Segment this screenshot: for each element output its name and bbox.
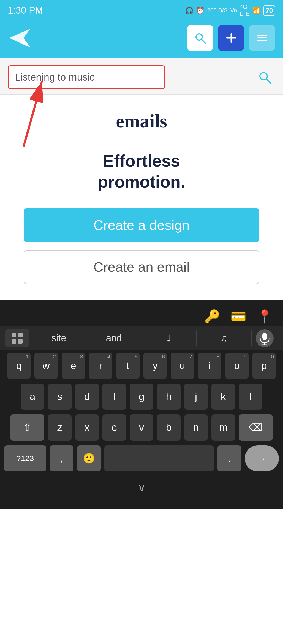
key-e[interactable]: e3 — [62, 353, 85, 379]
emails-heading: emails — [116, 110, 167, 132]
create-design-button[interactable]: Create a design — [24, 208, 259, 242]
add-button[interactable] — [218, 25, 244, 51]
suggestion-and[interactable]: and — [86, 330, 142, 346]
search-magnifier-icon — [257, 69, 273, 85]
svg-point-2 — [196, 34, 202, 40]
microphone-icon[interactable] — [255, 329, 274, 347]
create-email-button[interactable]: Create an email — [24, 250, 259, 284]
key-i[interactable]: i8 — [198, 353, 221, 379]
suggestions-row: site and ♩ ♫ — [0, 326, 283, 350]
key-t[interactable]: t5 — [116, 353, 140, 379]
key-s[interactable]: s — [48, 384, 72, 410]
key-w[interactable]: w2 — [34, 353, 58, 379]
search-input[interactable] — [8, 65, 165, 89]
svg-line-3 — [202, 40, 205, 43]
battery-indicator: 70 — [263, 5, 275, 16]
key-u[interactable]: u7 — [171, 353, 194, 379]
lte-indicator: 4GLTE — [240, 4, 250, 17]
status-bar: 1:30 PM 🎧 ⏰ 265 B/S Vo 4GLTE 📶 70 — [0, 0, 283, 21]
key-m[interactable]: m — [211, 414, 235, 441]
search-icon — [194, 32, 206, 44]
location-icon[interactable]: 📍 — [257, 309, 273, 324]
header-buttons — [187, 25, 275, 51]
search-icon-right[interactable] — [254, 67, 275, 88]
search-section — [0, 58, 283, 95]
key-p[interactable]: p0 — [252, 353, 276, 379]
svg-rect-18 — [262, 333, 267, 340]
grid-button[interactable] — [5, 329, 29, 347]
key-z[interactable]: z — [48, 414, 72, 441]
key-h[interactable]: h — [157, 384, 181, 410]
app-logo — [8, 26, 31, 50]
key-row-1: q1 w2 e3 r4 t5 y6 u7 i8 o9 p0 — [4, 353, 279, 379]
chevron-down-icon[interactable]: ∨ — [138, 481, 145, 493]
keyboard: 🔑 💳 📍 site and ♩ ♫ — [0, 300, 283, 509]
key-icon[interactable]: 🔑 — [204, 309, 220, 324]
key-g[interactable]: g — [130, 384, 153, 410]
keyboard-bottom-bar: ∨ — [0, 476, 283, 499]
key-y[interactable]: y6 — [143, 353, 167, 379]
key-j[interactable]: j — [184, 384, 208, 410]
svg-line-12 — [266, 79, 271, 84]
vo-indicator: Vo — [230, 7, 237, 14]
promo-text: Effortlesspromotion. — [98, 151, 185, 192]
key-x[interactable]: x — [75, 414, 99, 441]
signal-icon: 📶 — [252, 7, 261, 15]
key-space[interactable] — [104, 445, 214, 471]
logo-icon — [8, 26, 31, 50]
key-o[interactable]: o9 — [225, 353, 249, 379]
key-n[interactable]: n — [184, 414, 208, 441]
grid-icon — [10, 332, 24, 345]
key-f[interactable]: f — [102, 384, 126, 410]
plus-icon — [225, 32, 237, 44]
key-backspace[interactable]: ⌫ — [239, 414, 273, 441]
status-icons: 🎧 ⏰ 265 B/S Vo 4GLTE 📶 70 — [185, 4, 275, 17]
key-l[interactable]: l — [239, 384, 262, 410]
card-icon[interactable]: 💳 — [231, 309, 246, 324]
headphone-icon: 🎧 — [185, 7, 193, 15]
svg-rect-16 — [18, 339, 23, 344]
keyboard-top-row: 🔑 💳 📍 — [0, 305, 283, 326]
suggestion-note1[interactable]: ♩ — [142, 330, 197, 346]
svg-rect-15 — [12, 339, 16, 344]
key-d[interactable]: d — [75, 384, 99, 410]
key-b[interactable]: b — [157, 414, 181, 441]
svg-rect-13 — [12, 333, 16, 337]
svg-rect-14 — [18, 333, 23, 337]
key-comma[interactable]: , — [50, 445, 73, 471]
alarm-icon: ⏰ — [196, 7, 204, 15]
key-k[interactable]: k — [211, 384, 235, 410]
key-c[interactable]: c — [102, 414, 126, 441]
key-shift[interactable]: ⇧ — [10, 414, 44, 441]
key-row-2: a s d f g h j k l — [4, 384, 279, 410]
status-time: 1:30 PM — [8, 5, 43, 16]
key-q[interactable]: q1 — [7, 353, 31, 379]
key-r[interactable]: r4 — [89, 353, 112, 379]
app-header — [0, 21, 283, 58]
main-content: emails Effortlesspromotion. Create a des… — [0, 95, 283, 300]
suggestion-site[interactable]: site — [31, 330, 86, 346]
search-button[interactable] — [187, 25, 213, 51]
menu-icon — [256, 32, 268, 44]
key-row-3: ⇧ z x c v b n m ⌫ — [4, 414, 279, 441]
key-num-switch[interactable]: ?123 — [4, 445, 46, 471]
network-speed: 265 B/S — [207, 7, 227, 14]
key-period[interactable]: . — [217, 445, 241, 471]
key-emoji[interactable]: 🙂 — [77, 445, 101, 471]
key-a[interactable]: a — [21, 384, 44, 410]
suggestion-note2[interactable]: ♫ — [197, 330, 252, 346]
key-enter[interactable]: → — [245, 445, 279, 471]
menu-button[interactable] — [249, 25, 275, 51]
key-v[interactable]: v — [130, 414, 153, 441]
keys-area: q1 w2 e3 r4 t5 y6 u7 i8 o9 p0 a s d f g … — [0, 350, 283, 471]
key-row-4: ?123 , 🙂 . → — [4, 445, 279, 471]
